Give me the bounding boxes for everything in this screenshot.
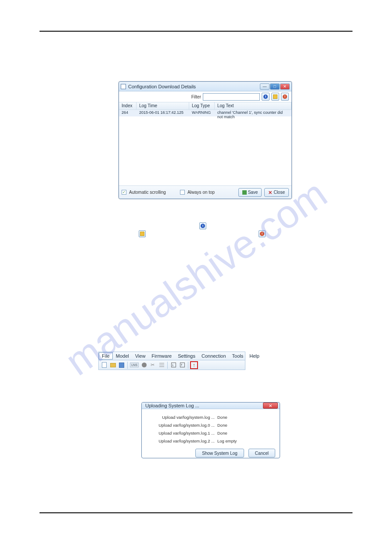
cell-logtime: 2015-06-01 16:17:42.125 bbox=[137, 110, 189, 116]
inline-warning-icon bbox=[139, 230, 146, 237]
dialog-footer: ✓ Automatic scrolling Always on top Save… bbox=[119, 185, 291, 199]
auto-scroll-label: Automatic scrolling bbox=[129, 190, 166, 195]
upload-file: Upload var/log/system.log.0 ... bbox=[147, 421, 217, 429]
cell-logtext: channel 'Channel 1', sync counter did no… bbox=[215, 110, 291, 116]
open-folder-icon bbox=[110, 363, 116, 367]
menu-view[interactable]: View bbox=[132, 352, 149, 359]
close-button[interactable]: ✕ bbox=[280, 83, 290, 90]
always-on-top-checkbox[interactable] bbox=[180, 190, 185, 195]
disconnect-icon: ✂ bbox=[151, 363, 155, 367]
warning-icon bbox=[273, 94, 277, 99]
filter-bar: Filter i ! bbox=[119, 91, 291, 102]
maximize-button[interactable]: □ bbox=[270, 83, 280, 90]
table-row[interactable]: 264 2015-06-01 16:17:42.125 WARNING chan… bbox=[119, 110, 291, 116]
menu-tools[interactable]: Tools bbox=[229, 352, 247, 359]
warning-icon bbox=[140, 232, 144, 236]
tb-disconnect[interactable]: ✂ bbox=[149, 361, 157, 369]
separator-icon bbox=[127, 362, 128, 369]
page-rule-bottom bbox=[40, 512, 352, 513]
list-item: Upload var/log/system.log.0 ... Done bbox=[147, 421, 274, 429]
window-title: Configuration Download Details bbox=[128, 84, 260, 89]
always-on-top-label: Always on top bbox=[187, 190, 215, 195]
cancel-button[interactable]: Cancel bbox=[248, 449, 275, 457]
auto-scroll-checkbox[interactable]: ✓ bbox=[122, 190, 126, 195]
tb-save[interactable] bbox=[118, 361, 126, 369]
uploading-syslog-dialog: Uploading System Log ... ✕ Upload var/lo… bbox=[141, 402, 280, 458]
minimize-button[interactable]: — bbox=[260, 83, 270, 90]
app-icon bbox=[121, 84, 126, 89]
close-button[interactable]: ✕ bbox=[263, 403, 278, 409]
save-button[interactable]: Save bbox=[238, 188, 262, 197]
page-rule-top bbox=[40, 31, 352, 32]
upload-syslog-icon: ↑ bbox=[193, 362, 196, 368]
upload-status: Done bbox=[217, 421, 274, 429]
info-icon: i bbox=[201, 224, 205, 228]
close-dialog-button[interactable]: ✕ Close bbox=[264, 188, 289, 197]
filter-input[interactable] bbox=[203, 93, 260, 101]
menu-model[interactable]: Model bbox=[113, 352, 132, 359]
titlebar[interactable]: Configuration Download Details — □ ✕ bbox=[119, 82, 291, 91]
toolbar: LNS ✂ ↑ bbox=[98, 360, 245, 370]
tb-new[interactable] bbox=[100, 361, 108, 369]
tb-upload-syslog[interactable]: ↑ bbox=[190, 361, 198, 369]
menubar: File Model View Firmware Settings Connec… bbox=[98, 352, 245, 360]
titlebar[interactable]: Uploading System Log ... ✕ bbox=[142, 403, 280, 409]
separator-icon bbox=[167, 362, 168, 369]
show-system-log-button[interactable]: Show System Log bbox=[195, 449, 244, 457]
info-filter-button[interactable]: i bbox=[262, 93, 270, 101]
config-download-details-dialog: Configuration Download Details — □ ✕ Fil… bbox=[119, 81, 292, 199]
inline-error-icon: ! bbox=[259, 230, 266, 237]
table-header: Index ▾ Log Time Log Type Log Text bbox=[119, 102, 291, 110]
upload-icon bbox=[180, 363, 185, 367]
app-menubar-wrap: File Model View Firmware Settings Connec… bbox=[98, 352, 245, 370]
new-file-icon bbox=[102, 362, 107, 368]
separator-icon bbox=[188, 362, 188, 369]
upload-status-list: Upload var/log/system.log ... Done Uploa… bbox=[142, 409, 280, 447]
menu-help[interactable]: Help bbox=[246, 352, 263, 359]
error-icon: ! bbox=[260, 232, 264, 236]
device-icon bbox=[142, 363, 147, 367]
upload-file: Upload var/log/system.log.1 ... bbox=[147, 429, 217, 437]
close-label: Close bbox=[273, 190, 285, 195]
upload-file: Upload var/log/system.log ... bbox=[147, 414, 217, 421]
filter-label: Filter bbox=[191, 94, 201, 99]
warning-filter-button[interactable] bbox=[271, 93, 279, 101]
error-icon: ! bbox=[283, 94, 287, 99]
tb-download[interactable] bbox=[169, 361, 177, 369]
upload-status: Done bbox=[217, 429, 274, 437]
upload-status: Log empty bbox=[217, 437, 274, 445]
menu-file[interactable]: File bbox=[99, 352, 113, 359]
tb-list[interactable] bbox=[158, 361, 165, 369]
close-icon: ✕ bbox=[268, 190, 272, 195]
download-icon bbox=[171, 363, 176, 367]
col-logtype[interactable]: Log Type bbox=[189, 102, 215, 109]
lns-icon: LNS bbox=[130, 363, 139, 367]
list-icon bbox=[159, 363, 164, 367]
disk-icon bbox=[119, 363, 124, 368]
save-icon bbox=[242, 190, 247, 195]
upload-status: Done bbox=[217, 414, 274, 421]
col-logtext[interactable]: Log Text bbox=[215, 102, 291, 109]
tb-lns[interactable]: LNS bbox=[129, 361, 139, 369]
col-index[interactable]: Index ▾ bbox=[119, 102, 137, 109]
tb-device[interactable] bbox=[140, 361, 148, 369]
menu-settings[interactable]: Settings bbox=[175, 352, 198, 359]
inline-info-icon: i bbox=[199, 222, 206, 229]
menu-firmware[interactable]: Firmware bbox=[148, 352, 175, 359]
save-label: Save bbox=[248, 190, 258, 195]
table-body: 264 2015-06-01 16:17:42.125 WARNING chan… bbox=[119, 110, 291, 185]
col-logtime[interactable]: Log Time bbox=[137, 102, 189, 109]
list-item: Upload var/log/system.log.2 ... Log empt… bbox=[147, 437, 274, 445]
cell-index: 264 bbox=[119, 110, 137, 116]
tb-open[interactable] bbox=[109, 361, 117, 369]
info-icon: i bbox=[263, 94, 268, 99]
error-filter-button[interactable]: ! bbox=[281, 93, 289, 101]
menu-connection[interactable]: Connection bbox=[198, 352, 229, 359]
list-item: Upload var/log/system.log.1 ... Done bbox=[147, 429, 274, 437]
upload-file: Upload var/log/system.log.2 ... bbox=[147, 437, 217, 445]
window-title: Uploading System Log ... bbox=[144, 403, 263, 408]
list-item: Upload var/log/system.log ... Done bbox=[147, 414, 274, 421]
cell-logtype: WARNING bbox=[189, 110, 215, 116]
dialog-buttons: Show System Log Cancel bbox=[142, 447, 280, 461]
tb-upload[interactable] bbox=[178, 361, 186, 369]
